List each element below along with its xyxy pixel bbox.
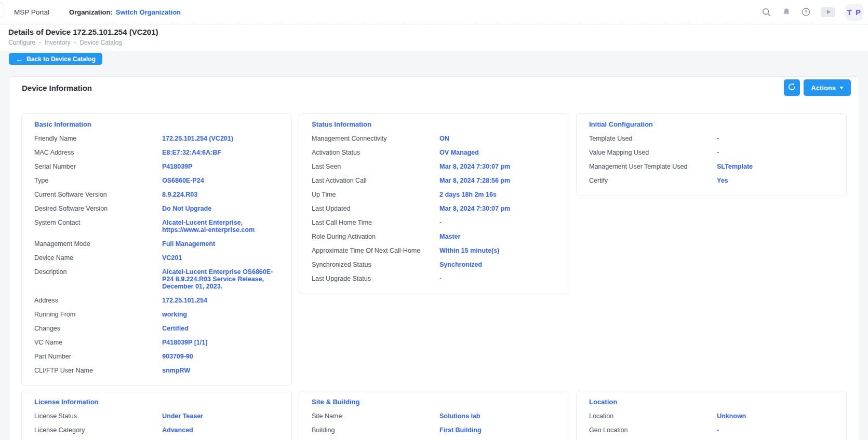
row-label: Desired Software Version (34, 205, 162, 212)
row-value: Unknown (717, 412, 834, 420)
row-label: Certify (589, 177, 717, 184)
row-label: Part Number (34, 353, 162, 360)
search-icon[interactable] (762, 8, 771, 17)
info-row: Geo Location- (589, 423, 834, 437)
row-value: 172.25.101.254 (162, 297, 279, 304)
row-label: MAC Address (34, 149, 162, 156)
card-basic-information: Basic InformationFriendly Name172.25.101… (21, 113, 292, 386)
card-status-information: Status InformationManagement Connectivit… (299, 113, 569, 294)
breadcrumb-item-inventory[interactable]: Inventory (45, 39, 70, 46)
info-row: Running Fromworking (34, 307, 279, 321)
panel-body: Basic InformationFriendly Name172.25.101… (9, 99, 859, 440)
info-row: Approximate Time Of Next Call-HomeWithin… (312, 243, 556, 257)
sidebar-collapse-tab[interactable] (0, 2, 4, 18)
panel-title: Device Information (22, 84, 92, 92)
info-row: Last SeenMar 8, 2024 7:30:07 pm (312, 159, 556, 173)
info-row: CLI/FTP User NamesnmpRW (34, 363, 279, 377)
card-license-information: License InformationLicense StatusUnder T… (21, 391, 292, 440)
row-value: Mar 8, 2024 7:30:07 pm (439, 163, 556, 170)
row-label: Current Software Version (34, 191, 162, 198)
info-row: Friendly Name172.25.101.254 (VC201) (34, 131, 279, 145)
page-header: Details of Device 172.25.101.254 (VC201)… (0, 24, 868, 51)
breadcrumb-item-configure[interactable]: Configure (8, 39, 35, 46)
info-row: Management ModeFull Management (34, 237, 279, 251)
info-row: Last UpdatedMar 8, 2024 7:30:07 pm (312, 201, 556, 215)
row-label: Last Call Home Time (312, 219, 439, 226)
row-label: Last Upgrade Status (312, 275, 439, 282)
row-label: License Status (34, 412, 162, 420)
info-row: Last Call Home Time- (312, 215, 556, 229)
row-label: Geo Location (589, 427, 717, 434)
actions-button-label: Actions (811, 84, 836, 92)
info-row: BuildingFirst Building (312, 423, 556, 437)
row-label: Value Mapping Used (589, 149, 717, 156)
info-row: Up Time2 days 18h 2m 16s (312, 187, 556, 201)
row-value: 8.9.224.R03 (162, 191, 279, 198)
row-label: System Contact (34, 219, 162, 233)
row-value: 903709-90 (162, 353, 279, 360)
row-value: Synchronized (439, 261, 556, 268)
row-value: Mar 8, 2024 7:28:56 pm (439, 177, 556, 184)
user-avatar[interactable]: T P (846, 4, 863, 21)
row-label: Management Connectivity (312, 135, 439, 142)
card-location: LocationLocationUnknownGeo Location- (576, 391, 847, 440)
app-title: MSP Portal (14, 8, 49, 16)
row-value: P418039P (162, 163, 279, 170)
refresh-button[interactable] (784, 79, 800, 96)
row-value: OV Managed (439, 149, 556, 156)
info-row: Part Number903709-90 (34, 349, 279, 363)
info-row: TypeOS6860E-P24 (34, 173, 279, 187)
info-row: Template Used- (589, 131, 834, 145)
row-label: License Category (34, 427, 162, 434)
video-tour-icon[interactable] (821, 7, 835, 17)
actions-button[interactable]: Actions (804, 79, 851, 96)
row-label: Management User Template Used (589, 163, 717, 170)
panel-action-buttons: Actions (784, 79, 851, 96)
row-value: - (439, 275, 556, 282)
row-value: Full Management (162, 240, 279, 248)
row-value: P418039P [1/1] (162, 339, 279, 346)
info-row: DescriptionAlcatel-Lucent Enterprise OS6… (34, 265, 279, 293)
row-value: - (717, 135, 834, 142)
breadcrumb-separator: - (74, 39, 76, 46)
info-row: LocationUnknown (589, 409, 834, 423)
row-label: Last Updated (312, 205, 439, 212)
row-label: Up Time (312, 191, 439, 198)
row-label: Serial Number (34, 163, 162, 170)
row-label: Building (312, 427, 439, 434)
help-icon[interactable]: ? (802, 8, 810, 17)
card-title: License Information (34, 398, 279, 406)
row-value: working (162, 311, 279, 318)
info-row: MAC AddressE8:E7:32:A4:6A:BF (34, 145, 279, 159)
info-row: System ContactAlcatel-Lucent Enterprise,… (34, 215, 279, 237)
row-label: Template Used (589, 135, 717, 142)
row-label: Last Seen (312, 163, 439, 170)
row-label: Friendly Name (34, 135, 162, 142)
info-row: Serial NumberP418039P (34, 159, 279, 173)
card-site-building: Site & BuildingSite NameSolutions labBui… (299, 391, 569, 440)
row-value: Yes (717, 177, 834, 184)
organization-switch-link[interactable]: Switch Organization (116, 8, 181, 16)
breadcrumb-item-device-catalog[interactable]: Device Catalog (79, 39, 122, 46)
page-title: Details of Device 172.25.101.254 (VC201) (8, 27, 860, 37)
info-row: Address172.25.101.254 (34, 293, 279, 307)
row-value: Certified (162, 325, 279, 332)
row-value: Do Not Upgrade (162, 205, 279, 212)
row-value: snmpRW (162, 367, 279, 374)
row-value: 2 days 18h 2m 16s (439, 191, 556, 198)
info-row: Desired Software VersionDo Not Upgrade (34, 201, 279, 215)
card-title: Site & Building (312, 398, 556, 406)
notifications-bell-icon[interactable] (782, 8, 791, 17)
row-value: First Building (439, 427, 556, 434)
row-value: E8:E7:32:A4:6A:BF (162, 149, 279, 156)
back-to-device-catalog-button[interactable]: ← Back to Device Catalog (9, 53, 102, 65)
breadcrumb-separator: - (39, 39, 41, 46)
row-value: Master (439, 233, 556, 240)
panel-header: Device Information Actions (9, 77, 859, 99)
row-label: Last Activation Call (312, 177, 439, 184)
row-value: Under Teaser (162, 412, 279, 420)
card-title: Status Information (312, 121, 556, 128)
info-row: Current Software Version8.9.224.R03 (34, 187, 279, 201)
row-label: Site Name (312, 412, 439, 420)
row-label: CLI/FTP User Name (34, 367, 162, 374)
